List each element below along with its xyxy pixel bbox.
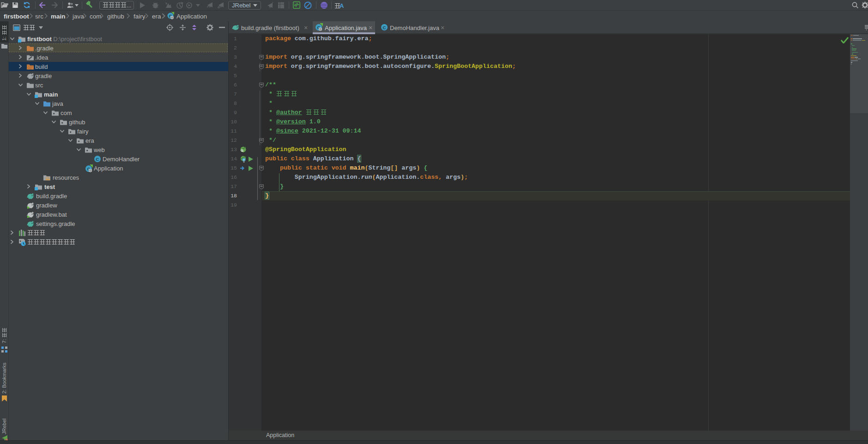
svg-text:C: C (383, 25, 386, 30)
svg-text:e: e (243, 158, 245, 161)
svg-text:C: C (96, 157, 99, 162)
